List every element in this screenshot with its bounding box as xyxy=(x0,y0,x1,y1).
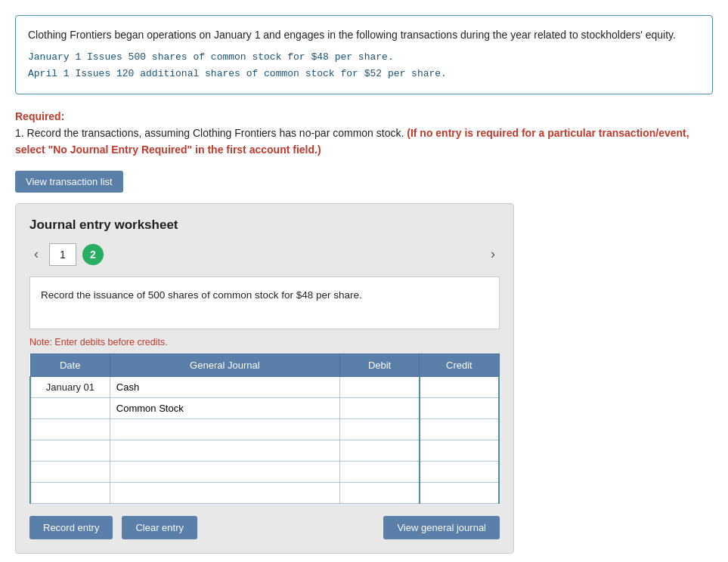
date-cell xyxy=(30,482,110,503)
journal-input[interactable] xyxy=(116,445,333,456)
journal-table: Date General Journal Debit Credit Januar… xyxy=(29,354,500,504)
journal-input[interactable] xyxy=(116,381,333,393)
journal-input[interactable] xyxy=(116,424,333,435)
credit-cell[interactable] xyxy=(420,376,499,397)
note-text: Note: Enter debits before credits. xyxy=(29,337,500,347)
table-row xyxy=(30,440,499,461)
code-line1: January 1 Issues 500 shares of common st… xyxy=(28,49,700,66)
instruction-box: Record the issuance of 500 shares of com… xyxy=(29,276,500,329)
header-debit: Debit xyxy=(339,354,419,376)
table-row xyxy=(30,482,499,503)
tab-2[interactable]: 2 xyxy=(82,244,104,265)
debit-input[interactable] xyxy=(346,424,413,435)
credit-input[interactable] xyxy=(426,445,492,456)
table-row xyxy=(30,418,499,440)
date-cell xyxy=(30,461,110,482)
credit-cell[interactable] xyxy=(420,440,499,461)
date-cell xyxy=(30,440,110,461)
debit-input[interactable] xyxy=(346,403,413,414)
worksheet-container: Journal entry worksheet ‹ 1 2 › Record t… xyxy=(15,203,514,554)
debit-cell[interactable] xyxy=(339,397,419,418)
bottom-buttons: Record entry Clear entry View general jo… xyxy=(29,516,500,539)
credit-input[interactable] xyxy=(426,487,492,499)
journal-cell[interactable] xyxy=(110,376,339,397)
journal-input[interactable] xyxy=(116,487,333,499)
tab-1[interactable]: 1 xyxy=(49,243,76,266)
journal-input[interactable] xyxy=(116,466,333,477)
intro-text: Clothing Frontiers began operations on J… xyxy=(28,26,700,43)
code-line2: April 1 Issues 120 additional shares of … xyxy=(28,66,700,82)
debit-cell[interactable] xyxy=(339,376,419,397)
debit-input[interactable] xyxy=(346,381,413,393)
date-cell xyxy=(30,418,110,440)
required-line1: 1. Record the transactions, assuming Clo… xyxy=(15,127,404,139)
credit-input[interactable] xyxy=(426,403,492,414)
journal-cell[interactable] xyxy=(110,397,339,418)
intro-box: Clothing Frontiers began operations on J… xyxy=(15,15,713,94)
credit-cell[interactable] xyxy=(420,482,499,503)
header-general-journal: General Journal xyxy=(110,354,339,376)
journal-cell[interactable] xyxy=(110,440,339,461)
date-cell: January 01 xyxy=(30,376,110,397)
required-section: Required: 1. Record the transactions, as… xyxy=(15,108,713,159)
credit-input[interactable] xyxy=(426,381,492,393)
record-entry-button[interactable]: Record entry xyxy=(29,516,113,539)
instruction-text: Record the issuance of 500 shares of com… xyxy=(41,289,362,301)
journal-cell[interactable] xyxy=(110,461,339,482)
view-transaction-button[interactable]: View transaction list xyxy=(15,171,123,193)
table-row xyxy=(30,461,499,482)
journal-cell[interactable] xyxy=(110,418,339,440)
worksheet-title: Journal entry worksheet xyxy=(29,218,500,233)
header-date: Date xyxy=(30,354,110,376)
debit-cell[interactable] xyxy=(339,418,419,440)
debit-input[interactable] xyxy=(346,487,413,499)
journal-cell[interactable] xyxy=(110,482,339,503)
credit-cell[interactable] xyxy=(420,461,499,482)
clear-entry-button[interactable]: Clear entry xyxy=(122,516,197,539)
header-credit: Credit xyxy=(420,354,499,376)
table-row: January 01 xyxy=(30,376,499,397)
next-tab-button[interactable]: › xyxy=(486,245,500,264)
debit-cell[interactable] xyxy=(339,461,419,482)
required-label: Required: xyxy=(15,110,64,122)
view-general-journal-button[interactable]: View general journal xyxy=(383,516,500,539)
credit-cell[interactable] xyxy=(420,397,499,418)
date-cell xyxy=(30,397,110,418)
tab-navigation: ‹ 1 2 › xyxy=(29,243,500,266)
debit-input[interactable] xyxy=(346,466,413,477)
debit-cell[interactable] xyxy=(339,482,419,503)
credit-input[interactable] xyxy=(426,466,492,477)
prev-tab-button[interactable]: ‹ xyxy=(29,245,43,264)
debit-input[interactable] xyxy=(346,445,413,456)
credit-input[interactable] xyxy=(426,424,492,435)
journal-input[interactable] xyxy=(116,403,333,414)
table-row xyxy=(30,397,499,418)
credit-cell[interactable] xyxy=(420,418,499,440)
debit-cell[interactable] xyxy=(339,440,419,461)
